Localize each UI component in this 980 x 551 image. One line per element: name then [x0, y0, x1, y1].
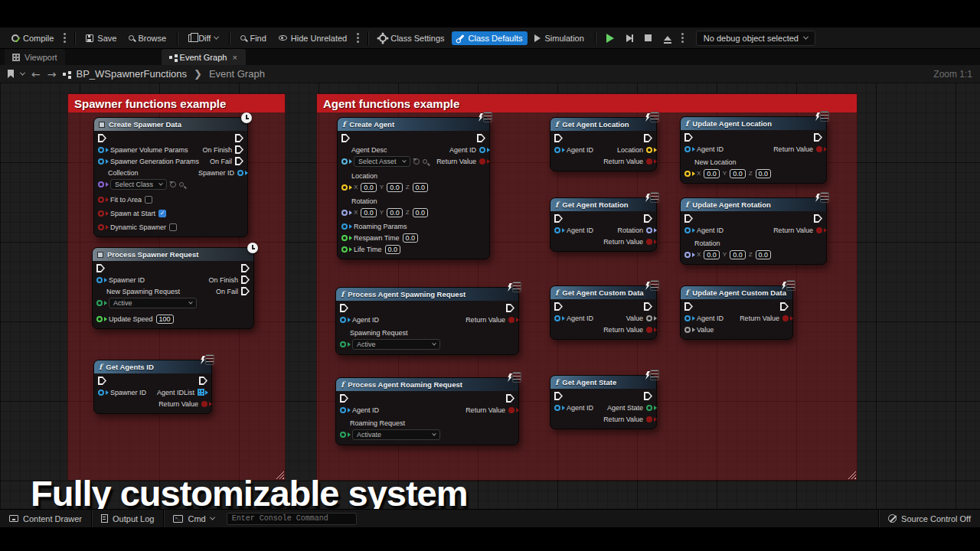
pin-location-out[interactable]	[646, 147, 652, 153]
life-time-value[interactable]: 0.0	[385, 245, 401, 254]
exec-on-finish-pin[interactable]	[241, 276, 250, 284]
pin-return-value[interactable]	[201, 401, 207, 407]
node-header[interactable]: f Update Agent Custom Data	[681, 286, 792, 299]
pin-roaming-params[interactable]	[341, 223, 348, 230]
exec-in-pin[interactable]	[340, 304, 348, 312]
pin-agent-id[interactable]	[340, 407, 346, 413]
exec-on-fail-pin[interactable]	[241, 287, 250, 295]
pin-agent-id-list[interactable]	[198, 389, 204, 396]
rotation-x-value[interactable]: 0.0	[704, 250, 720, 259]
select-asset-dropdown[interactable]: Select Asset	[354, 156, 410, 167]
cmd-button[interactable]: >_ Cmd	[164, 510, 223, 527]
pin-agent-id[interactable]	[340, 317, 346, 323]
location-y-value[interactable]: 0.0	[387, 183, 403, 192]
pin-fit-to-area[interactable]	[98, 197, 104, 203]
reset-icon[interactable]	[413, 158, 420, 165]
exec-out-pin[interactable]	[506, 394, 514, 403]
pin-spawner-id-out[interactable]	[237, 170, 243, 176]
comment-header[interactable]: Spawner functions example	[68, 94, 285, 112]
pin-update-speed[interactable]	[96, 316, 103, 322]
node-get-agent-location[interactable]: f Get Agent Location Agent ID Location R…	[550, 117, 657, 171]
compile-button[interactable]: Compile	[6, 31, 59, 45]
exec-out-pin[interactable]	[780, 302, 789, 311]
exec-out-pin[interactable]	[814, 133, 822, 142]
exec-out-pin[interactable]	[241, 264, 250, 272]
output-log-button[interactable]: Output Log	[92, 510, 163, 527]
node-process-spawner-request[interactable]: Process Spawner Request Spawner ID On Fi…	[92, 247, 254, 329]
node-header[interactable]: f Process Agent Roaming Request	[336, 378, 518, 391]
roaming-request-dropdown[interactable]: Activate	[352, 429, 440, 440]
browse-button[interactable]: Browse	[123, 31, 172, 45]
pin-rotation[interactable]	[684, 252, 691, 258]
dynamic-spawner-checkbox[interactable]	[169, 223, 177, 231]
rotation-x-value[interactable]: 0.0	[361, 208, 377, 217]
simulation-button[interactable]: Simulation	[529, 31, 589, 45]
event-graph-canvas[interactable]: Spawner functions example Agent function…	[0, 83, 980, 509]
pin-agent-id[interactable]	[554, 227, 560, 233]
location-x-value[interactable]: 0.0	[361, 183, 377, 192]
exec-out-pin[interactable]	[235, 134, 243, 142]
pin-value-out[interactable]	[646, 315, 652, 321]
exec-in-pin[interactable]	[554, 302, 563, 311]
node-create-agent[interactable]: f Create Agent Agent Desc Agent ID Selec…	[337, 117, 490, 259]
play-button[interactable]	[601, 31, 619, 45]
fit-to-area-checkbox[interactable]	[145, 196, 152, 204]
find-button[interactable]: Find	[235, 31, 271, 45]
play-options-menu[interactable]	[681, 37, 684, 39]
tab-viewport[interactable]: Viewport	[5, 49, 65, 65]
node-update-agent-rotation[interactable]: f Update Agent Rotation Agent ID Return …	[680, 197, 827, 265]
pin-agent-id[interactable]	[684, 146, 691, 152]
node-header[interactable]: f Get Agent State	[550, 376, 656, 389]
exec-in-pin[interactable]	[96, 264, 105, 272]
update-speed-value[interactable]: 100	[156, 315, 174, 324]
console-command-input[interactable]	[227, 513, 357, 525]
node-update-agent-custom-data[interactable]: f Update Agent Custom Data Agent ID Retu…	[680, 285, 793, 340]
exec-in-pin[interactable]	[98, 134, 106, 142]
pin-return-value[interactable]	[782, 315, 789, 321]
node-header[interactable]: f Update Agent Rotation	[681, 198, 826, 211]
pin-spawning-request[interactable]	[340, 341, 346, 347]
exec-in-pin[interactable]	[684, 133, 693, 142]
pin-location[interactable]	[341, 184, 348, 191]
exec-on-finish-pin[interactable]	[235, 145, 243, 154]
respawn-time-value[interactable]: 0.0	[403, 233, 419, 243]
exec-out-pin[interactable]	[477, 134, 485, 142]
pin-agent-id[interactable]	[684, 227, 691, 233]
class-defaults-button[interactable]: Class Defaults	[452, 31, 528, 45]
exec-in-pin[interactable]	[554, 134, 563, 142]
node-header[interactable]: f Get Agent Custom Data	[550, 286, 656, 299]
bookmark-icon[interactable]	[8, 70, 14, 78]
new-location-x-value[interactable]: 0.0	[704, 169, 720, 178]
pin-agent-state-out[interactable]	[646, 405, 652, 411]
pin-respawn-time[interactable]	[341, 235, 348, 241]
pin-agent-id[interactable]	[554, 147, 560, 153]
node-update-agent-location[interactable]: f Update Agent Location Agent ID Return …	[680, 116, 827, 184]
exec-out-pin[interactable]	[644, 134, 652, 142]
resize-grip-icon[interactable]	[848, 471, 856, 479]
exec-out-pin[interactable]	[506, 304, 514, 312]
pin-value[interactable]	[684, 327, 691, 333]
exec-in-pin[interactable]	[554, 392, 563, 400]
node-header[interactable]: f Get Agent Rotation	[550, 198, 656, 211]
save-button[interactable]: Save	[80, 31, 122, 45]
class-settings-button[interactable]: Class Settings	[374, 31, 449, 45]
pin-return-value[interactable]	[508, 407, 514, 413]
select-class-dropdown[interactable]: Select Class	[110, 179, 167, 190]
compile-options-menu[interactable]	[64, 37, 66, 39]
exec-on-fail-pin[interactable]	[235, 157, 243, 165]
exec-out-pin[interactable]	[814, 214, 822, 223]
source-control-button[interactable]: Source Control Off	[879, 510, 980, 527]
pin-spawn-at-start[interactable]	[98, 210, 104, 217]
pin-spawner-id[interactable]	[96, 277, 103, 283]
hide-unrelated-options-menu[interactable]	[357, 37, 359, 39]
pin-new-spawning-request[interactable]	[96, 300, 103, 306]
pin-rotation-out[interactable]	[646, 227, 652, 233]
exec-in-pin[interactable]	[684, 302, 693, 311]
debug-object-dropdown[interactable]: No debug object selected	[696, 31, 815, 46]
node-process-agent-spawning-request[interactable]: f Process Agent Spawning Request Agent I…	[335, 287, 519, 355]
node-header[interactable]: f Get Agents ID	[94, 360, 211, 373]
exec-out-pin[interactable]	[644, 392, 652, 400]
spawning-request-dropdown[interactable]: Active	[109, 298, 197, 308]
pin-agent-id-out[interactable]	[479, 147, 485, 153]
breadcrumb-current[interactable]: Event Graph	[209, 68, 265, 80]
